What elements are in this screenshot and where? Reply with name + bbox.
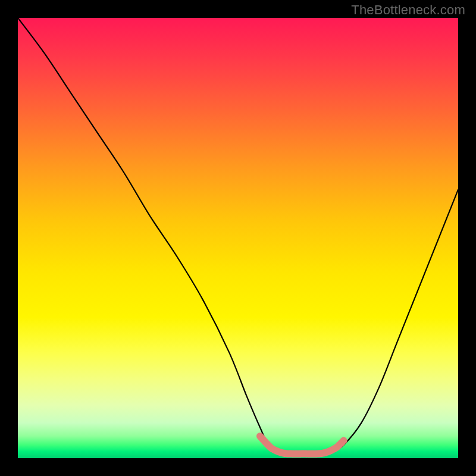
plot-area: [18, 18, 458, 458]
optimal-range-path: [260, 436, 344, 454]
chart-frame: TheBottleneck.com: [0, 0, 476, 476]
bottleneck-curve-path: [18, 18, 458, 455]
curve-overlay: [18, 18, 458, 458]
watermark-text: TheBottleneck.com: [351, 2, 465, 18]
